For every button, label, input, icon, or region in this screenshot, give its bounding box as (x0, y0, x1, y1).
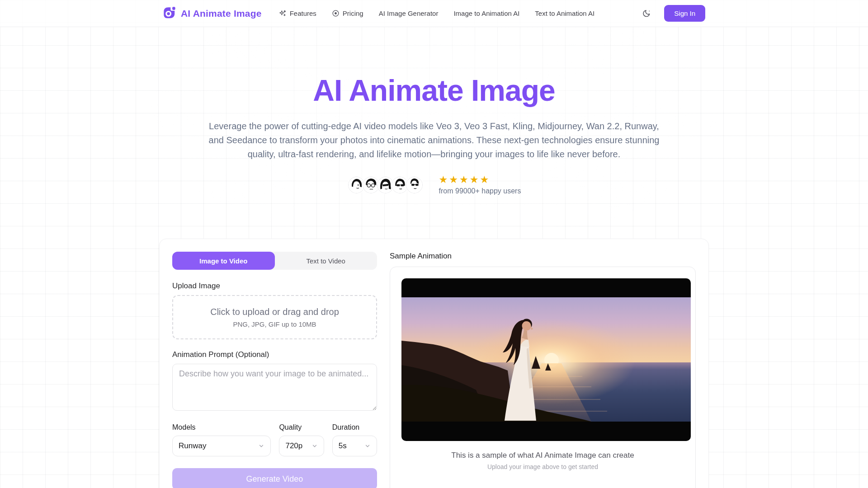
sunset-scene-image (401, 297, 691, 422)
nav-item-label: Text to Animation AI (535, 9, 594, 17)
prompt-label: Animation Prompt (Optional) (172, 350, 377, 359)
page-title: AI Animate Image (0, 73, 868, 108)
brand-logo-icon (163, 6, 176, 21)
coin-icon (332, 9, 340, 17)
nav-item-pricing[interactable]: Pricing (332, 9, 363, 17)
upload-label: Upload Image (172, 282, 377, 291)
nav-item-label: AI Image Generator (379, 9, 439, 17)
chevron-down-icon (364, 443, 371, 449)
models-select[interactable]: Runway (172, 436, 271, 456)
user-avatars (347, 176, 424, 194)
sample-video-preview (401, 278, 691, 441)
hero-description: Leverage the power of cutting-edge AI vi… (205, 119, 664, 161)
quality-label: Quality (279, 423, 324, 432)
nav-links: Features Pricing AI Image Generator Imag… (279, 9, 594, 17)
sample-subcaption: Upload your image above to get started (401, 463, 684, 470)
nav-item-label: Image to Animation AI (453, 9, 519, 17)
upload-dropzone[interactable]: Click to upload or drag and drop PNG, JP… (172, 295, 377, 339)
nav-item-label: Features (290, 9, 316, 17)
upload-cta: Click to upload or drag and drop (210, 307, 339, 317)
star-icon: ★ (470, 174, 480, 185)
brand-home-link[interactable]: AI Animate Image (163, 6, 262, 21)
sample-heading: Sample Animation (390, 252, 696, 261)
star-icon: ★ (439, 174, 449, 185)
quality-value: 720p (285, 441, 302, 450)
nav-item-text-to-animation[interactable]: Text to Animation AI (535, 9, 594, 17)
nav-item-features[interactable]: Features (279, 9, 316, 17)
nav-item-ai-image-generator[interactable]: AI Image Generator (379, 9, 439, 17)
dark-mode-toggle[interactable] (639, 6, 654, 21)
sign-in-button[interactable]: Sign In (664, 5, 705, 22)
chevron-down-icon (311, 443, 318, 449)
rating-block: ★★★★★ from 99000+ happy users (439, 175, 521, 195)
prompt-textarea[interactable] (172, 364, 377, 411)
nav-item-label: Pricing (343, 9, 363, 17)
generator-card: Image to Video Text to Video Upload Imag… (159, 239, 709, 488)
star-rating: ★★★★★ (439, 175, 521, 185)
generate-video-button[interactable]: Generate Video (172, 468, 377, 488)
brand-name: AI Animate Image (181, 8, 262, 19)
sample-caption: This is a sample of what AI Animate Imag… (401, 451, 684, 460)
models-label: Models (172, 423, 271, 432)
rating-text: from 99000+ happy users (439, 187, 521, 195)
tab-image-to-video[interactable]: Image to Video (172, 252, 275, 270)
star-icon: ★ (449, 174, 459, 185)
hero-section: AI Animate Image Leverage the power of c… (0, 73, 868, 195)
generator-form: Image to Video Text to Video Upload Imag… (172, 252, 377, 488)
chevron-down-icon (258, 443, 264, 449)
tab-text-to-video[interactable]: Text to Video (275, 252, 377, 270)
mode-tabs: Image to Video Text to Video (172, 252, 377, 270)
upload-hint: PNG, JPG, GIF up to 10MB (233, 320, 316, 328)
avatar (405, 176, 424, 194)
star-icon: ★ (480, 174, 490, 185)
social-proof: ★★★★★ from 99000+ happy users (0, 175, 868, 195)
star-icon: ★ (459, 174, 470, 185)
duration-value: 5s (339, 441, 347, 450)
models-value: Runway (179, 441, 206, 450)
duration-select[interactable]: 5s (332, 436, 377, 456)
navbar: AI Animate Image Features (0, 0, 868, 27)
duration-label: Duration (332, 423, 377, 432)
nav-item-image-to-animation[interactable]: Image to Animation AI (453, 9, 519, 17)
sample-panel: Sample Animation (390, 252, 696, 488)
sample-card: This is a sample of what AI Animate Imag… (390, 267, 696, 488)
sparkles-icon (279, 9, 287, 17)
quality-select[interactable]: 720p (279, 436, 324, 456)
options-row: Models Runway Quality 720p Dur (172, 423, 377, 456)
